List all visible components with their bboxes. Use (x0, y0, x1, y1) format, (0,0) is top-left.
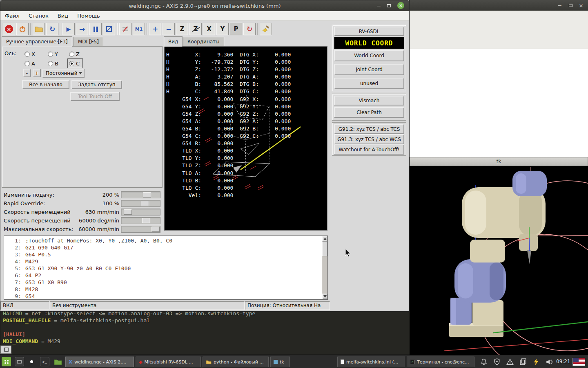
taskbar-item-tk[interactable]: tk (270, 357, 290, 367)
rotate-view-button[interactable]: ↻ (243, 23, 256, 35)
close-icon[interactable]: × (397, 2, 404, 9)
restore-icon[interactable] (566, 2, 575, 9)
zoom-out-button[interactable]: − (163, 23, 175, 35)
tab-preview[interactable]: Вид (164, 36, 183, 47)
gcode-line[interactable]: 2:G21 G90 G40 G17 (4, 245, 322, 251)
g913-mode-button[interactable]: G91.3: xyz TCS / abc WCS (334, 134, 404, 144)
axis-y-radio[interactable]: Y (48, 50, 58, 58)
gcode-line[interactable]: 6:G4 P2 (4, 272, 322, 279)
joint-coord-button[interactable]: Joint Coord (334, 64, 404, 75)
gcode-line[interactable]: 3:G64 P0.5 (4, 251, 322, 258)
slider-handle[interactable] (142, 218, 150, 223)
scroll-up-button[interactable] (322, 236, 327, 242)
clear-plot-button[interactable] (260, 23, 272, 35)
gcode-line[interactable]: 4:M429 (4, 258, 322, 265)
gcode-line[interactable]: 7:G53 G1 X0 B90 (4, 279, 322, 286)
gcode-text[interactable]: 1:;TouchOff at HomePos: X0, Y0 ,Z100, A0… (4, 236, 322, 299)
perspective-view-button[interactable]: P (230, 23, 242, 35)
menu-machine[interactable]: Станок (24, 13, 53, 19)
taskbar-item-ini[interactable]: melfa-switchkins.ini (... (337, 357, 405, 367)
x-view-button[interactable]: X (203, 23, 215, 35)
watchout-button[interactable]: Watchout for A-TouchOff! (334, 144, 404, 155)
skip-lines-button[interactable] (119, 23, 131, 35)
close-icon[interactable]: × (577, 2, 585, 9)
vismach-titlebar[interactable]: tk (410, 157, 588, 166)
gcode-line[interactable]: 1:;TouchOff at HomePos: X0, Y0 ,Z100, A0… (4, 238, 322, 245)
preview-canvas[interactable]: H X: -9.360 DTG X: 0.000 H Y: -79.782 DT… (164, 46, 327, 231)
max-velocity-slider[interactable] (121, 226, 160, 233)
jog-minus-button[interactable]: - (23, 69, 31, 77)
pause-button[interactable] (89, 23, 102, 35)
slider-handle[interactable] (143, 192, 151, 197)
vismach-button[interactable]: Vismach (334, 96, 404, 105)
zoom-in-button[interactable]: + (149, 23, 161, 35)
show-desktop-icon[interactable] (15, 357, 24, 366)
shield-icon[interactable] (493, 358, 501, 366)
world-coord-button[interactable]: World Coord (334, 50, 404, 61)
feed-override-slider[interactable] (121, 191, 160, 198)
tab-manual-control[interactable]: Ручное управление·[F3] (2, 36, 72, 47)
gcode-line[interactable]: 8:M428 (4, 286, 322, 293)
jog-speed-slider[interactable] (121, 209, 160, 215)
keyboard-layout-flag[interactable] (572, 358, 585, 366)
terminal-launcher-icon[interactable]: >_ (40, 357, 49, 366)
run-step-button[interactable]: → (76, 23, 88, 35)
menu-help[interactable]: Помощь (73, 13, 104, 19)
power-bolt-icon[interactable] (532, 358, 540, 366)
scroll-down-button[interactable] (322, 294, 327, 299)
stop-button[interactable] (103, 23, 115, 35)
axis-a-radio[interactable]: A (24, 59, 35, 67)
menu-file[interactable]: Файл (0, 13, 24, 19)
axis-titlebar[interactable]: welding.ngc - AXIS 2.9.0~pre0 on melfa-s… (0, 0, 409, 11)
estop-button[interactable]: × (3, 23, 15, 35)
menu-view[interactable]: Вид (53, 13, 73, 19)
z-back-view-button[interactable]: Z (189, 23, 202, 35)
touch-off-button[interactable]: Задать отступ (71, 80, 122, 89)
machine-power-button[interactable] (16, 23, 29, 35)
files-launcher-icon[interactable] (53, 357, 62, 366)
run-button[interactable]: ▶ (62, 23, 75, 35)
volume-icon[interactable] (546, 358, 553, 366)
scrollbar-thumb[interactable] (322, 242, 327, 256)
clear-path-button[interactable]: Clear Path (334, 107, 404, 118)
axis-b-radio[interactable]: B (48, 59, 58, 67)
robot-model-button[interactable]: RV-6SDL (334, 27, 404, 36)
tool-touch-off-button[interactable]: Tool Touch Off (70, 92, 120, 101)
clock[interactable]: 09:21 (556, 359, 570, 364)
bell-icon[interactable] (480, 358, 488, 366)
optional-pause-button[interactable]: M1 (133, 23, 145, 35)
rapid-override-slider[interactable] (121, 200, 160, 207)
z-view-button[interactable]: Z (176, 23, 188, 35)
menu-launcher-icon[interactable] (2, 357, 11, 366)
taskbar-item-terminal[interactable]: > Терминал - cnc@cnc... (407, 357, 474, 367)
reload-button[interactable]: ↻ (46, 23, 58, 35)
vismach-canvas[interactable] (410, 166, 588, 355)
restore-icon[interactable] (385, 2, 393, 9)
minimize-icon[interactable]: − (375, 2, 383, 9)
tab-dro[interactable]: Координаты (183, 37, 224, 46)
minimize-icon[interactable]: − (556, 2, 564, 9)
gcode-line[interactable]: 5:G53 G1 X90 Y-90 z0 A0 B0 C0 F1000 (4, 265, 322, 272)
jog-mode-dropdown[interactable]: Постоянный (42, 69, 85, 78)
gcode-line[interactable]: 9:G54 (4, 293, 322, 299)
taskbar-item-mitsubishi[interactable]: ◆ Mitsubishi RV-6SDL ... (136, 357, 201, 367)
gcode-scrollbar[interactable] (322, 236, 327, 299)
slider-handle[interactable] (151, 227, 160, 232)
angular-jog-speed-slider[interactable] (121, 217, 160, 224)
open-file-button[interactable] (33, 23, 45, 35)
taskbar-item-files[interactable]: python - Файловый ... (203, 357, 269, 367)
axis-x-radio[interactable]: X (24, 50, 35, 58)
axis-z-radio[interactable]: Z (69, 50, 80, 58)
y-view-button[interactable]: Y (216, 23, 229, 35)
jog-plus-button[interactable]: + (33, 69, 41, 77)
home-all-button[interactable]: Все в начало (22, 80, 69, 89)
slider-handle[interactable] (124, 209, 132, 215)
background-window-titlebar[interactable]: − × (410, 0, 588, 11)
taskbar-item-axis[interactable]: X welding.ngc - AXIS 2.... (65, 357, 134, 367)
warning-icon[interactable] (506, 358, 514, 366)
tab-mdi[interactable]: MDI [F5] (74, 37, 103, 46)
axis-c-radio[interactable]: C (67, 58, 83, 68)
unused-button[interactable]: unused (334, 78, 404, 89)
clipboard-icon[interactable] (519, 358, 527, 366)
orange-app-icon[interactable] (27, 357, 36, 366)
